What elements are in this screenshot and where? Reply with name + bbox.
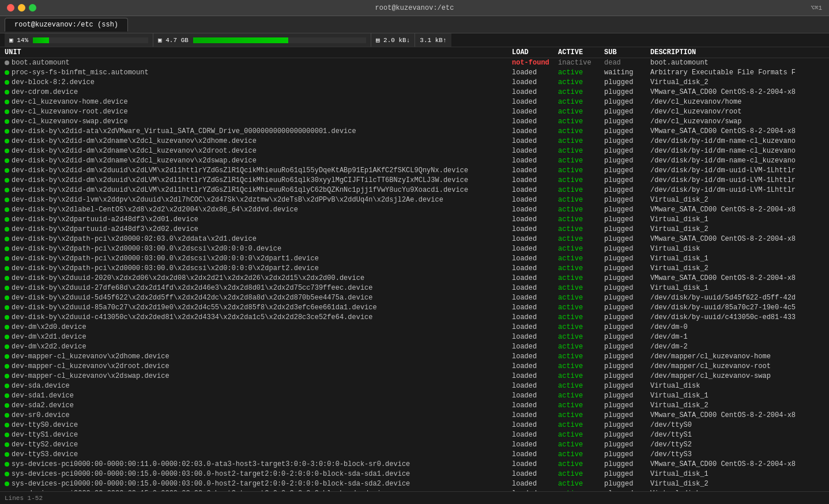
table-row[interactable]: sys-devices-pci0000:00-0000:00:11.0-0000… [0, 460, 829, 469]
table-row[interactable]: dev-disk-by\x2dpath-pci\x2d0000:02:03.0\… [0, 234, 829, 244]
cell-active: active [558, 88, 604, 97]
titlebar-right: ⌥⌘1 [811, 4, 822, 12]
cell-sub: plugged [604, 450, 650, 459]
cell-load: loaded [512, 294, 558, 302]
table-row[interactable]: dev-ttyS0.device loaded active plugged /… [0, 420, 829, 430]
table-row[interactable]: dev-disk-by\x2duuid-5d45f622\x2dx2dd5ff\… [0, 293, 829, 303]
table-row[interactable]: dev-disk-by\x2dpath-pci\x2d0000:03:00.0\… [0, 264, 829, 274]
table-row[interactable]: dev-disk-by\x2duuid-27dfe68d\x2dx2d14fd\… [0, 283, 829, 293]
cell-unit: dev-cl_kuzevanov-root.device [5, 108, 512, 116]
cpu-bar [33, 37, 148, 43]
cpu-label: ▣ 14% [9, 36, 28, 44]
table-row[interactable]: dev-dm\x2d2.device loaded active plugged… [0, 342, 829, 352]
table-row[interactable]: dev-disk-by\x2duuid-85a70c27\x2dx2d19e0\… [0, 303, 829, 313]
status-dot [5, 403, 9, 408]
table-row[interactable]: dev-cl_kuzevanov-home.device loaded acti… [0, 97, 829, 107]
cell-sub: plugged [604, 284, 650, 293]
table-row[interactable]: dev-mapper-cl_kuzevanov\x2dhome.device l… [0, 352, 829, 362]
table-row[interactable]: dev-sr0.device loaded active plugged VMw… [0, 411, 829, 420]
cell-desc: /dev/disk/by-id/dm-uuid-LVM-1Lhttlr [650, 186, 824, 195]
status-dot [5, 80, 9, 85]
table-row[interactable]: dev-dm\x2d1.device loaded active plugged… [0, 332, 829, 342]
table-row[interactable]: dev-disk-by\x2dpartuuid-a2d48df3\x2d02.d… [0, 225, 829, 234]
cell-desc: /dev/disk/by-id/dm-name-cl_kuzevano [650, 147, 824, 156]
cell-desc: Virtual_disk [650, 245, 824, 253]
cell-unit: dev-disk-by\x2duuid-5d45f622\x2dx2dd5ff\… [5, 294, 512, 302]
minimize-button[interactable] [18, 4, 25, 12]
table-row[interactable]: dev-block-8:2.device loaded active plugg… [0, 78, 829, 88]
table-row[interactable]: dev-mapper-cl_kuzevanov\x2dswap.device l… [0, 372, 829, 381]
status-dot [5, 315, 9, 320]
table-row[interactable]: dev-cdrom.device loaded active plugged V… [0, 88, 829, 97]
table-row[interactable]: dev-disk-by\x2duuid-2020\x2dx2d06\x2dx2d… [0, 274, 829, 283]
table-row[interactable]: sys-devices-pci0000:00-0000:00:15.0-0000… [0, 469, 829, 479]
table-row[interactable]: dev-disk-by\x2dpartuuid-a2d48df3\x2d01.d… [0, 215, 829, 225]
close-button[interactable] [7, 4, 14, 12]
cell-active: inactive [558, 59, 604, 67]
table-row[interactable]: dev-disk-by\x2dlabel-CentOS\x2d8\x2d2\x2… [0, 205, 829, 215]
cell-active: active [558, 431, 604, 439]
cell-load: loaded [512, 176, 558, 185]
table-row[interactable]: boot.automount not-found inactive dead b… [0, 58, 829, 68]
table-row[interactable]: dev-cl_kuzevanov-swap.device loaded acti… [0, 117, 829, 127]
status-dot [5, 472, 9, 476]
table-row[interactable]: dev-disk-by\x2dpath-pci\x2d0000:03:00.0\… [0, 254, 829, 264]
cell-load: loaded [512, 225, 558, 234]
table-header: UNIT LOAD ACTIVE SUB DESCRIPTION [0, 47, 829, 58]
status-dot [5, 109, 9, 114]
cell-active: active [558, 323, 604, 332]
table-row[interactable]: dev-ttyS1.device loaded active plugged /… [0, 430, 829, 440]
cell-sub: plugged [604, 411, 650, 420]
status-dot [5, 276, 9, 281]
network-label: 3.1 kB↑ [420, 37, 446, 44]
table-row[interactable]: dev-sda.device loaded active plugged Vir… [0, 381, 829, 391]
table-row[interactable]: dev-sda1.device loaded active plugged Vi… [0, 391, 829, 401]
table-row[interactable]: dev-disk-by\x2did-dm\x2dname\x2dcl_kuzev… [0, 146, 829, 156]
table-row[interactable]: dev-disk-by\x2did-lvm\x2ddpv\x2duuid\x2d… [0, 195, 829, 205]
cell-load: loaded [512, 353, 558, 361]
cell-unit: dev-disk-by\x2dpath-pci\x2d0000:03:00.0\… [5, 255, 512, 263]
cell-desc: /dev/mapper/cl_kuzevanov-home [650, 353, 824, 361]
table-row[interactable]: dev-disk-by\x2duuid-c413050c\x2dx2ded81\… [0, 313, 829, 323]
cell-load: loaded [512, 215, 558, 224]
active-tab[interactable]: root@kuzevanov:/etc (ssh) [5, 18, 128, 32]
cell-unit: dev-disk-by\x2did-dm\x2duuid\x2dLVM\x2dl… [5, 176, 512, 185]
cell-load: loaded [512, 245, 558, 253]
cell-desc: VMware_SATA_CD00 CentOS-8-2-2004-x8 [650, 411, 824, 420]
status-dot [5, 344, 9, 349]
cell-unit: dev-ttyS0.device [5, 421, 512, 430]
table-row[interactable]: dev-cl_kuzevanov-root.device loaded acti… [0, 107, 829, 117]
table-row[interactable]: dev-sda2.device loaded active plugged Vi… [0, 401, 829, 411]
cell-sub: plugged [604, 118, 650, 126]
table-row[interactable]: proc-sys-fs-binfmt_misc.automount loaded… [0, 68, 829, 78]
table-row[interactable]: dev-ttyS2.device loaded active plugged /… [0, 440, 829, 450]
cell-desc: /dev/ttyS3 [650, 450, 824, 459]
cell-desc: /dev/cl_kuzevanov/root [650, 108, 824, 116]
main-content[interactable]: UNIT LOAD ACTIVE SUB DESCRIPTION boot.au… [0, 47, 829, 491]
cell-unit: dev-dm\x2d1.device [5, 333, 512, 342]
cell-sub: plugged [604, 490, 650, 491]
cell-desc: /dev/disk/by-uuid/c413050c-ed81-433 [650, 313, 824, 322]
cell-unit: dev-sda.device [5, 382, 512, 391]
table-row[interactable]: dev-dm\x2d0.device loaded active plugged… [0, 323, 829, 332]
table-row[interactable]: dev-mapper-cl_kuzevanov\x2droot.device l… [0, 362, 829, 372]
table-row[interactable]: dev-disk-by\x2did-dm\x2dname\x2dcl_kuzev… [0, 137, 829, 146]
table-row[interactable]: sys-devices-pci0000:00-0000:00:15.0-0000… [0, 489, 829, 491]
cell-load: loaded [512, 157, 558, 165]
cell-active: active [558, 118, 604, 126]
cell-desc: /dev/mapper/cl_kuzevanov-root [650, 362, 824, 371]
table-row[interactable]: sys-devices-pci0000:00-0000:00:15.0-0000… [0, 479, 829, 489]
table-row[interactable]: dev-disk-by\x2did-dm\x2dname\x2dcl_kuzev… [0, 156, 829, 166]
table-row[interactable]: dev-ttyS3.device loaded active plugged /… [0, 450, 829, 460]
cell-sub: plugged [604, 480, 650, 488]
table-row[interactable]: dev-disk-by\x2did-dm\x2duuid\x2dLVM\x2dl… [0, 185, 829, 195]
table-row[interactable]: dev-disk-by\x2did-dm\x2duuid\x2dLVM\x2dl… [0, 176, 829, 185]
table-row[interactable]: dev-disk-by\x2dpath-pci\x2d0000:03:00.0\… [0, 244, 829, 254]
cell-sub: plugged [604, 78, 650, 87]
maximize-button[interactable] [29, 4, 36, 12]
cell-unit: dev-sda1.device [5, 392, 512, 400]
table-row[interactable]: dev-disk-by\x2did-ata\x2dVMware_Virtual_… [0, 127, 829, 137]
table-row[interactable]: dev-disk-by\x2did-dm\x2duuid\x2dLVM\x2dl… [0, 166, 829, 176]
network-stat: 3.1 kB↑ [415, 33, 451, 47]
cell-unit: dev-mapper-cl_kuzevanov\x2droot.device [5, 362, 512, 371]
